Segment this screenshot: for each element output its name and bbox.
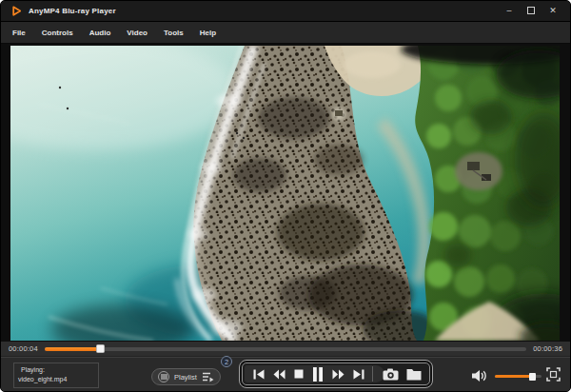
fullscreen-button[interactable]: [546, 367, 561, 385]
window-title: AnyMP4 Blu-ray Player: [29, 7, 116, 15]
volume-slider[interactable]: [495, 375, 541, 378]
playlist-menu-icon: [158, 371, 169, 382]
volume-thumb[interactable]: [529, 373, 536, 381]
remaining-time: 00:00:36: [533, 344, 562, 353]
now-playing-box: Playing: video_eight.mp4: [13, 363, 99, 388]
seek-bar-thumb[interactable]: [96, 344, 105, 353]
seek-bar-fill: [45, 347, 100, 351]
player-window: AnyMP4 Blu-ray Player – ✕ File Controls …: [0, 0, 571, 392]
maximize-button[interactable]: [526, 7, 536, 16]
now-playing-filename: video_eight.mp4: [18, 375, 94, 384]
maximize-icon: [527, 7, 535, 14]
menu-help[interactable]: Help: [200, 29, 216, 37]
menu-audio[interactable]: Audio: [89, 29, 111, 37]
now-playing-label: Playing:: [18, 365, 94, 375]
volume-fill: [495, 375, 532, 378]
rewind-button[interactable]: [273, 369, 286, 380]
transport-controls: [239, 360, 433, 388]
progress-row: 00:00:04 00:00:36: [1, 342, 570, 357]
next-button[interactable]: [353, 369, 364, 380]
elapsed-time: 00:00:04: [9, 344, 38, 353]
app-logo-icon: [11, 6, 22, 16]
pause-button[interactable]: [312, 367, 324, 382]
title-bar: AnyMP4 Blu-ray Player – ✕: [1, 1, 570, 22]
fast-forward-button[interactable]: [332, 369, 345, 380]
stop-button[interactable]: [294, 369, 304, 379]
playlist-count-badge: 2: [221, 356, 232, 367]
window-controls: – ✕: [504, 7, 570, 16]
open-folder-button[interactable]: [406, 368, 422, 381]
snapshot-button[interactable]: [383, 368, 399, 381]
video-frame[interactable]: [10, 46, 560, 341]
control-bar: Playing: video_eight.mp4 Playlist 2: [1, 357, 570, 392]
previous-button[interactable]: [253, 369, 265, 380]
menu-tools[interactable]: Tools: [164, 29, 184, 37]
minimize-button[interactable]: –: [504, 7, 514, 15]
video-scene: [10, 46, 560, 341]
transport-divider: [372, 366, 373, 382]
menu-video[interactable]: Video: [127, 29, 148, 37]
video-stage: [1, 44, 570, 342]
playlist-add-icon: [202, 372, 214, 382]
playlist-label: Playlist: [174, 373, 197, 382]
menu-controls[interactable]: Controls: [42, 29, 73, 37]
playlist-button[interactable]: Playlist: [151, 368, 221, 385]
menu-bar: File Controls Audio Video Tools Help: [1, 22, 570, 44]
seek-bar[interactable]: [45, 347, 526, 351]
close-button[interactable]: ✕: [548, 7, 558, 15]
volume-icon[interactable]: [472, 369, 487, 386]
transport-inner: [242, 363, 430, 385]
menu-file[interactable]: File: [12, 29, 26, 37]
